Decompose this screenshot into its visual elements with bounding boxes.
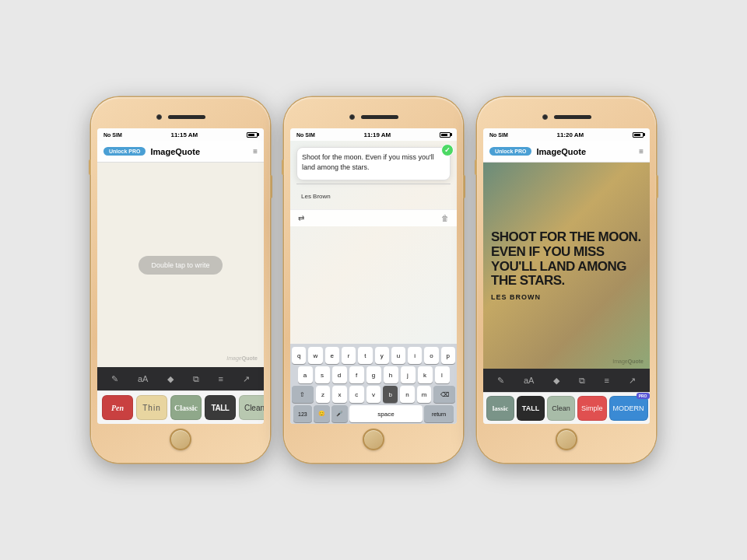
battery-fill-2 bbox=[441, 134, 447, 136]
key-u[interactable]: u bbox=[391, 347, 405, 364]
unlock-pro-button[interactable]: Unlock PRO bbox=[103, 147, 146, 156]
font-chip-classic-3[interactable]: lassic bbox=[486, 396, 514, 421]
key-j[interactable]: j bbox=[401, 366, 416, 383]
home-button-area-1 bbox=[97, 427, 264, 452]
key-p[interactable]: p bbox=[441, 347, 455, 364]
power-button-3 bbox=[656, 175, 658, 198]
phone-3: No SIM 11:20 AM Unlock PRO ImageQuote ≡ bbox=[477, 97, 656, 463]
text-size-icon[interactable]: aA bbox=[138, 374, 148, 383]
app-title-1: ImageQuote bbox=[150, 147, 253, 156]
carrier-label: No SIM bbox=[103, 132, 122, 138]
font-chip-modern-3[interactable]: PRO MODERN bbox=[609, 396, 648, 421]
home-button-1[interactable] bbox=[170, 429, 191, 450]
share-icon[interactable]: ↗ bbox=[243, 374, 250, 384]
font-chip-tall-3[interactable]: TALL bbox=[517, 396, 545, 421]
edit-icon[interactable]: ✎ bbox=[111, 374, 118, 384]
power-button bbox=[270, 175, 272, 198]
key-s[interactable]: s bbox=[315, 366, 330, 383]
key-return[interactable]: return bbox=[424, 405, 454, 422]
font-chip-classic[interactable]: Classic bbox=[170, 395, 202, 420]
shuffle-icon[interactable]: ⇄ bbox=[298, 214, 304, 222]
font-chip-clean-3[interactable]: Clean bbox=[547, 396, 575, 421]
key-h[interactable]: h bbox=[384, 366, 398, 383]
volume-button bbox=[89, 159, 91, 175]
battery-icon bbox=[247, 132, 258, 138]
trash-icon[interactable]: 🗑 bbox=[441, 214, 449, 222]
font-chip-clean-1[interactable]: Clean bbox=[239, 395, 264, 420]
font-chip-tall[interactable]: TALL bbox=[205, 395, 236, 420]
key-g[interactable]: g bbox=[366, 366, 381, 383]
double-tap-button[interactable]: Double tap to write bbox=[139, 256, 222, 275]
battery-fill bbox=[248, 134, 254, 136]
effects-icon[interactable]: ◆ bbox=[167, 374, 174, 384]
key-space[interactable]: space bbox=[349, 405, 423, 422]
phones-container: No SIM 11:15 AM Unlock PRO ImageQuote ≡ … bbox=[75, 82, 672, 478]
status-bar-2: No SIM 11:19 AM bbox=[290, 128, 457, 141]
key-k[interactable]: k bbox=[418, 366, 433, 383]
bottom-toolbar-3: ✎ aA ◆ ⧉ ≡ ↗ bbox=[483, 369, 650, 392]
key-c[interactable]: c bbox=[349, 386, 364, 403]
key-t[interactable]: t bbox=[358, 347, 372, 364]
duplicate-icon[interactable]: ⧉ bbox=[193, 374, 199, 384]
font-chip-simple-3[interactable]: Simple bbox=[577, 396, 607, 421]
kb-row-3: ⇧ z x c v b n m ⌫ bbox=[292, 386, 455, 403]
key-shift[interactable]: ⇧ bbox=[292, 386, 314, 403]
phone-top-2 bbox=[290, 108, 457, 125]
menu-icon-1[interactable]: ≡ bbox=[253, 148, 258, 156]
menu-icon-3[interactable]: ≡ bbox=[639, 148, 644, 156]
key-d[interactable]: d bbox=[332, 366, 347, 383]
key-n[interactable]: n bbox=[400, 386, 415, 403]
quote-text-box[interactable]: ✓ Shoot for the moon. Even if you miss y… bbox=[296, 147, 451, 180]
text-size-icon-3[interactable]: aA bbox=[524, 376, 534, 385]
phone-2-screen: No SIM 11:19 AM ✓ Shoot for the moon. Ev… bbox=[290, 128, 457, 424]
key-i[interactable]: i bbox=[408, 347, 422, 364]
status-bar-1: No SIM 11:15 AM bbox=[97, 128, 264, 141]
volume-button-2 bbox=[282, 159, 284, 175]
author-text: Les Brown bbox=[301, 193, 331, 200]
key-f[interactable]: f bbox=[349, 366, 364, 383]
key-delete[interactable]: ⌫ bbox=[433, 386, 455, 403]
font-chip-pen[interactable]: Pen bbox=[102, 395, 133, 420]
key-q[interactable]: q bbox=[292, 347, 306, 364]
key-w[interactable]: w bbox=[308, 347, 322, 364]
home-button-area-2 bbox=[290, 427, 457, 452]
key-o[interactable]: o bbox=[424, 347, 438, 364]
key-y[interactable]: y bbox=[375, 347, 389, 364]
key-x[interactable]: x bbox=[332, 386, 347, 403]
key-mic[interactable]: 🎤 bbox=[331, 405, 348, 422]
watermark-1: ImageQuote bbox=[226, 355, 258, 361]
duplicate-icon-3[interactable]: ⧉ bbox=[579, 376, 585, 386]
key-r[interactable]: r bbox=[342, 347, 356, 364]
key-z[interactable]: z bbox=[316, 386, 331, 403]
font-chip-thin[interactable]: Thin bbox=[136, 395, 167, 420]
settings-icon[interactable]: ≡ bbox=[218, 374, 223, 383]
app-title-3: ImageQuote bbox=[536, 147, 639, 156]
camera-icon bbox=[156, 114, 162, 120]
edit-icon-3[interactable]: ✎ bbox=[497, 376, 504, 386]
font-selector-1: Pen Thin Classic TALL Clean bbox=[97, 390, 264, 424]
title-light-3: Image bbox=[536, 147, 561, 156]
font-selector-3: lassic TALL Clean Simple PRO MODERN B bbox=[483, 392, 650, 424]
key-l[interactable]: l bbox=[435, 366, 450, 383]
key-a[interactable]: a bbox=[298, 366, 313, 383]
phone-top-3 bbox=[483, 108, 650, 125]
key-123[interactable]: 123 bbox=[293, 405, 312, 422]
unlock-pro-button-3[interactable]: Unlock PRO bbox=[489, 147, 531, 156]
camera-icon-2 bbox=[349, 114, 355, 120]
kb-row-4: 123 😊 🎤 space return bbox=[292, 405, 455, 422]
key-emoji[interactable]: 😊 bbox=[314, 405, 330, 422]
effects-icon-3[interactable]: ◆ bbox=[553, 376, 559, 386]
home-button-2[interactable] bbox=[363, 429, 384, 450]
key-b[interactable]: b bbox=[383, 386, 398, 403]
phone-2: No SIM 11:19 AM ✓ Shoot for the moon. Ev… bbox=[284, 97, 463, 463]
nav-bar-3: Unlock PRO ImageQuote ≡ bbox=[483, 141, 650, 163]
key-m[interactable]: m bbox=[417, 386, 432, 403]
quote-text: Shoot for the moon. Even if you miss you… bbox=[302, 152, 445, 175]
share-icon-3[interactable]: ↗ bbox=[629, 376, 636, 386]
key-e[interactable]: e bbox=[325, 347, 339, 364]
author-line[interactable]: Les Brown bbox=[296, 184, 451, 205]
key-v[interactable]: v bbox=[366, 386, 381, 403]
settings-icon-3[interactable]: ≡ bbox=[604, 376, 608, 385]
home-button-3[interactable] bbox=[556, 429, 577, 450]
kb-row-1: q w e r t y u i o p bbox=[292, 347, 455, 364]
